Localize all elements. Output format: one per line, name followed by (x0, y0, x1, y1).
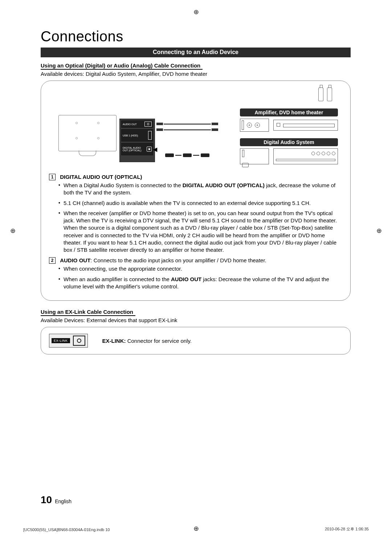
usb-slot-icon (148, 131, 152, 140)
dvd-player-illustration (273, 120, 338, 131)
page-footer: 10 English (41, 494, 72, 506)
item-1-bullet-2: 5.1 CH (channel) audio is available when… (58, 200, 344, 207)
exlink-lead: EX-LINK: (102, 338, 126, 344)
audio-panel: AUDIO OUT USB 1 (HDD) DIGITAL AUDIO OUT … (41, 81, 351, 301)
connection-diagram: AUDIO OUT USB 1 (HDD) DIGITAL AUDIO OUT … (48, 86, 344, 169)
device-group: Amplifier, DVD home theater Digital Audi… (240, 108, 338, 166)
cable-tips-illustration (315, 87, 335, 101)
section-bar: Connecting to an Audio Device (41, 48, 351, 57)
item-2-bullet-2: When an audio amplifier is connected to … (58, 276, 344, 291)
exlink-jack-icon (73, 336, 85, 346)
port-usb-label: USB 1 (HDD) (123, 134, 138, 137)
audio-desc: Available devices: Digital Audio System,… (41, 71, 351, 77)
step-number-1: 1 (49, 174, 56, 180)
item-2-rest: : Connects to the audio input jacks on y… (90, 257, 266, 263)
amp-label: Amplifier, DVD home theater (240, 108, 338, 116)
item-2-lead: AUDIO OUT (60, 257, 90, 263)
page-number: 10 (41, 494, 52, 506)
crop-mark-left: ⊕ (10, 227, 16, 235)
item-1-lead: DIGITAL AUDIO OUT (OPTICAL) (60, 174, 142, 180)
audio-subheader: Using an Optical (Digital) or Audio (Ana… (41, 62, 203, 70)
crop-mark-right: ⊕ (376, 227, 382, 235)
timestamp-footer: 2010-06-28 오후 1:06:35 (325, 526, 369, 532)
port-audio-out-label: AUDIO OUT (123, 123, 137, 126)
exlink-text: EX-LINK: Connector for service only. (102, 338, 192, 344)
item-1-bullet-3: When the receiver (amplifier or DVD home… (58, 210, 344, 254)
audio-out-jack-icon (144, 122, 152, 127)
page-language: English (55, 498, 72, 504)
exlink-desc: Available Devices: External devices that… (41, 317, 351, 323)
crop-mark-bottom: ⊕ (193, 525, 199, 533)
port-usb: USB 1 (HDD) (121, 129, 153, 141)
optical-jack-icon: ▣ (147, 147, 152, 152)
port-audio-out: AUDIO OUT (121, 120, 153, 128)
rca-tip-icon (318, 87, 323, 101)
step-number-2: 2 (49, 257, 56, 264)
rca-tip-icon (327, 87, 332, 101)
exlink-port-label: EX-LINK (52, 338, 70, 343)
arrow-left-icon: ◀ (153, 146, 157, 153)
tv-back-panel: AUDIO OUT USB 1 (HDD) DIGITAL AUDIO OUT … (119, 119, 155, 162)
exlink-port-illustration: EX-LINK (49, 334, 88, 348)
crop-mark-top: ⊕ (193, 8, 199, 16)
tv-illustration (58, 115, 117, 151)
stereo-cable-illustration (164, 122, 211, 133)
item-1-block: 1 DIGITAL AUDIO OUT (OPTICAL) When a Dig… (49, 174, 344, 254)
exlink-subheader: Using an EX-Link Cable Connection (41, 309, 135, 316)
port-digital-out-label: DIGITAL AUDIO OUT (OPTICAL) (123, 147, 147, 152)
page-content: Connections Connecting to an Audio Devic… (41, 28, 351, 354)
stereo-system-illustration (273, 148, 338, 164)
item-2-block: 2 AUDIO OUT: Connects to the audio input… (49, 257, 344, 290)
exlink-panel: EX-LINK EX-LINK: Connector for service o… (41, 327, 351, 354)
page-title: Connections (41, 28, 351, 45)
item-2-bullet-1: When connecting, use the appropriate con… (58, 265, 344, 272)
amplifier-illustration (240, 119, 269, 132)
optical-cable-illustration (164, 153, 211, 157)
file-path-footer: [UC5000(55)_USA]BN68-03004A-01Eng.indb 1… (23, 527, 110, 532)
das-label: Digital Audio System (240, 138, 338, 146)
port-digital-out: DIGITAL AUDIO OUT (OPTICAL) ▣ ◀ (121, 143, 153, 155)
item-1-bullet-1: When a Digital Audio System is connected… (58, 182, 344, 197)
digital-audio-system-illustration (240, 148, 269, 164)
